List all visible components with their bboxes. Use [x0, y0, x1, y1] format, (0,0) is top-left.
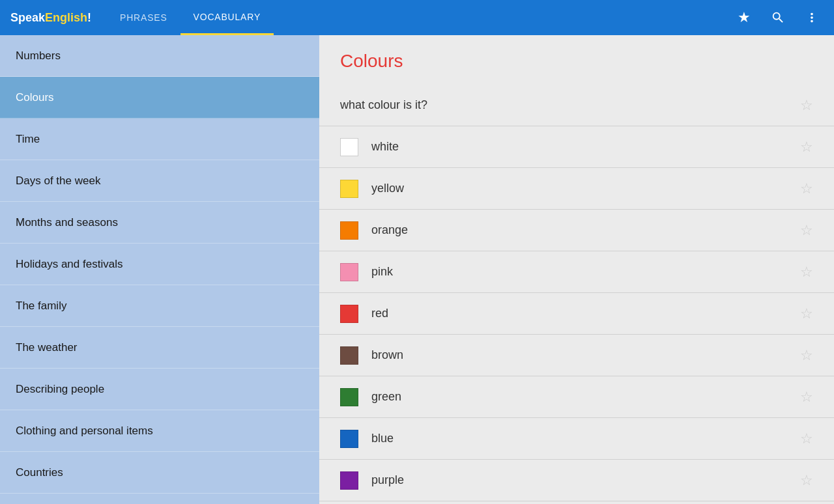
- logo-speak: Speak: [10, 11, 45, 25]
- main-layout: Numbers Colours Time Days of the week Mo…: [0, 35, 834, 504]
- favorite-star-question[interactable]: ☆: [800, 97, 813, 114]
- sidebar-item-time[interactable]: Time: [0, 119, 319, 160]
- question-item[interactable]: what colour is it? ☆: [319, 85, 834, 126]
- color-list: what colour is it? ☆ white ☆ yellow ☆ or…: [319, 85, 834, 501]
- sidebar-item-colours[interactable]: Colours: [0, 77, 319, 119]
- sidebar-item-the-weather[interactable]: The weather: [0, 327, 319, 369]
- swatch-pink: [340, 263, 358, 281]
- favorite-star-white[interactable]: ☆: [800, 139, 813, 156]
- favorite-star-pink[interactable]: ☆: [800, 264, 813, 281]
- color-label-red: red: [371, 307, 800, 320]
- swatch-orange: [340, 221, 358, 240]
- sidebar-item-months-seasons[interactable]: Months and seasons: [0, 202, 319, 244]
- page-title: Colours: [319, 35, 834, 85]
- sidebar-item-clothing-items[interactable]: Clothing and personal items: [0, 410, 319, 452]
- list-item-orange[interactable]: orange ☆: [319, 210, 834, 251]
- list-item-blue[interactable]: blue ☆: [319, 418, 834, 460]
- sidebar-item-numbers[interactable]: Numbers: [0, 35, 319, 77]
- favorite-star-orange[interactable]: ☆: [800, 222, 813, 239]
- tab-phrases[interactable]: PHRASES: [107, 0, 180, 35]
- list-item-red[interactable]: red ☆: [319, 293, 834, 335]
- favorite-star-blue[interactable]: ☆: [800, 430, 813, 447]
- tab-vocabulary[interactable]: VOCABULARY: [180, 0, 274, 35]
- color-label-purple: purple: [371, 473, 800, 487]
- swatch-white: [340, 138, 358, 156]
- swatch-brown: [340, 346, 358, 365]
- content-area: Colours what colour is it? ☆ white ☆ yel…: [319, 35, 834, 504]
- favorite-star-brown[interactable]: ☆: [800, 347, 813, 364]
- search-icon[interactable]: [766, 6, 790, 29]
- favorite-star-green[interactable]: ☆: [800, 389, 813, 406]
- list-item-purple[interactable]: purple ☆: [319, 460, 834, 501]
- color-label-pink: pink: [371, 265, 800, 279]
- swatch-purple: [340, 471, 358, 490]
- sidebar-item-days-of-week[interactable]: Days of the week: [0, 160, 319, 202]
- list-item-green[interactable]: green ☆: [319, 376, 834, 418]
- sidebar-item-holidays-festivals[interactable]: Holidays and festivals: [0, 244, 319, 285]
- logo-english: English: [45, 11, 87, 25]
- color-label-blue: blue: [371, 432, 800, 445]
- logo-exclaim: !: [87, 11, 91, 25]
- color-label-brown: brown: [371, 348, 800, 362]
- color-label-white: white: [371, 140, 800, 154]
- color-label-orange: orange: [371, 223, 800, 237]
- header-icons: ★: [732, 6, 824, 29]
- color-label-yellow: yellow: [371, 182, 800, 195]
- sidebar-item-countries[interactable]: Countries: [0, 452, 319, 494]
- swatch-red: [340, 305, 358, 323]
- swatch-yellow: [340, 180, 358, 198]
- sidebar-item-the-family[interactable]: The family: [0, 285, 319, 327]
- app-logo: SpeakEnglish!: [10, 11, 91, 25]
- list-item-brown[interactable]: brown ☆: [319, 335, 834, 376]
- question-label: what colour is it?: [340, 98, 800, 112]
- list-item-pink[interactable]: pink ☆: [319, 251, 834, 293]
- star-icon[interactable]: ★: [732, 6, 756, 29]
- list-item-white[interactable]: white ☆: [319, 126, 834, 168]
- swatch-green: [340, 388, 358, 406]
- more-menu-icon[interactable]: [800, 6, 824, 29]
- nav-tabs: PHRASES VOCABULARY: [107, 0, 274, 35]
- swatch-blue: [340, 430, 358, 448]
- favorite-star-red[interactable]: ☆: [800, 305, 813, 322]
- color-label-green: green: [371, 390, 800, 404]
- favorite-star-yellow[interactable]: ☆: [800, 180, 813, 197]
- favorite-star-purple[interactable]: ☆: [800, 472, 813, 489]
- app-header: SpeakEnglish! PHRASES VOCABULARY ★: [0, 0, 834, 35]
- list-item-yellow[interactable]: yellow ☆: [319, 168, 834, 210]
- sidebar: Numbers Colours Time Days of the week Mo…: [0, 35, 319, 504]
- sidebar-item-describing-people[interactable]: Describing people: [0, 369, 319, 410]
